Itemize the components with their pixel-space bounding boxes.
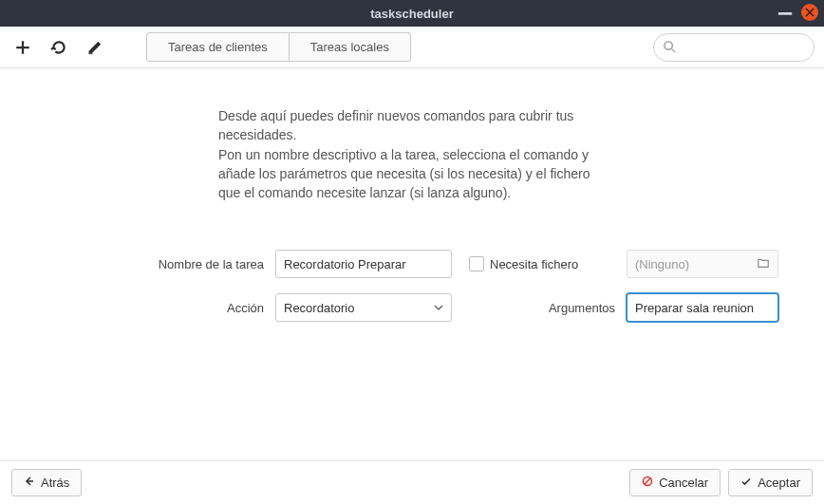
action-label: Acción	[57, 301, 275, 315]
accept-button-label: Aceptar	[758, 476, 800, 490]
open-file-icon	[757, 256, 770, 272]
svg-point-1	[89, 53, 90, 54]
file-picker[interactable]: (Ninguno)	[627, 250, 778, 278]
description-paragraph: Pon un nombre descriptivo a la tarea, se…	[218, 145, 598, 203]
chevron-down-icon	[434, 301, 443, 315]
svg-rect-0	[778, 12, 792, 15]
content-area: Desde aquí puedes definir nuevos comando…	[0, 68, 824, 460]
needs-file-checkbox[interactable]	[469, 256, 484, 271]
arguments-input[interactable]	[627, 293, 778, 322]
add-button[interactable]	[9, 34, 36, 61]
cancel-button[interactable]: Cancelar	[629, 469, 721, 496]
footer: Atrás Cancelar Aceptar	[0, 460, 824, 504]
window-minimize-button[interactable]	[777, 4, 794, 21]
accept-button[interactable]: Aceptar	[728, 469, 813, 496]
svg-point-2	[91, 53, 92, 54]
toolbar: Tareas de clientes Tareas locales	[0, 27, 824, 68]
edit-button[interactable]	[82, 34, 108, 61]
task-name-input[interactable]	[275, 250, 452, 278]
action-selected-value: Recordatorio	[284, 301, 354, 315]
arguments-label: Argumentos	[465, 301, 627, 315]
check-icon	[740, 476, 752, 490]
description-paragraph: Desde aquí puedes definir nuevos comando…	[218, 106, 598, 145]
task-name-label: Nombre de la tarea	[57, 257, 275, 271]
window-close-button[interactable]	[801, 4, 818, 21]
refresh-button[interactable]	[46, 34, 72, 61]
window-titlebar: taskscheduler	[0, 0, 824, 27]
prohibit-icon	[642, 476, 653, 490]
needs-file-checkbox-group: Necesita fichero	[465, 256, 627, 271]
back-button[interactable]: Atrás	[11, 469, 82, 496]
tab-client-tasks[interactable]: Tareas de clientes	[146, 32, 290, 62]
needs-file-label: Necesita fichero	[490, 257, 578, 271]
arrow-left-icon	[24, 476, 35, 490]
window-title: taskscheduler	[370, 7, 453, 21]
task-scope-tabs: Tareas de clientes Tareas locales	[146, 32, 411, 62]
file-placeholder: (Ninguno)	[635, 257, 689, 271]
tab-local-tasks[interactable]: Tareas locales	[290, 32, 411, 62]
task-form: Nombre de la tarea Necesita fichero (Nin…	[57, 250, 767, 322]
back-button-label: Atrás	[41, 476, 69, 490]
cancel-button-label: Cancelar	[659, 476, 708, 490]
search-input[interactable]	[653, 33, 815, 62]
description-text: Desde aquí puedes definir nuevos comando…	[218, 106, 598, 202]
action-select[interactable]: Recordatorio	[275, 293, 452, 322]
